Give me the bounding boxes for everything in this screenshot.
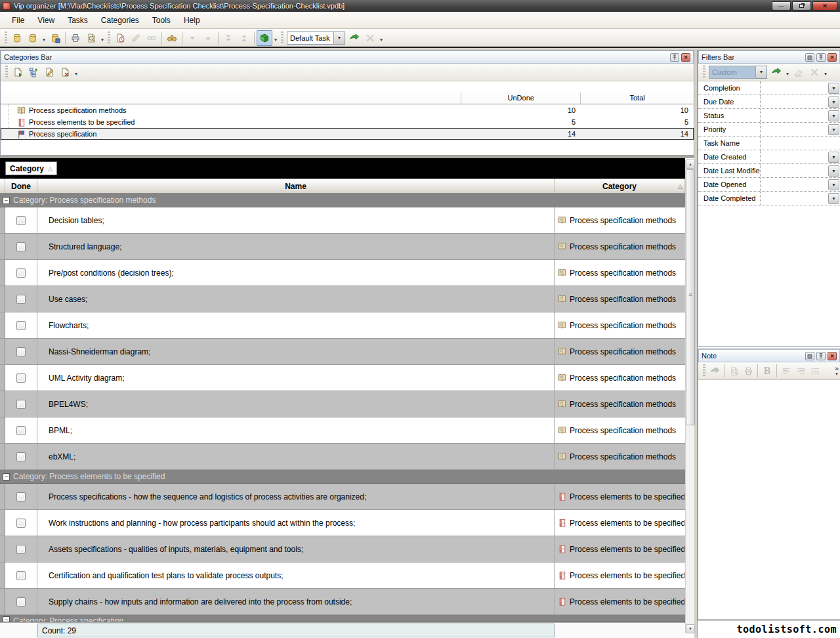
notes-toggle-caret[interactable]: ▾ <box>272 33 279 47</box>
filter-preset-value[interactable]: Custom <box>709 66 756 79</box>
note-editor[interactable] <box>698 380 840 615</box>
category-tree-row[interactable]: Process specification methods 10 10 <box>1 104 694 116</box>
filter-value[interactable] <box>761 164 828 177</box>
done-checkbox[interactable] <box>16 216 26 225</box>
done-column-header[interactable]: Done <box>5 179 37 193</box>
filter-value[interactable] <box>761 178 828 191</box>
toolbar-overflow-caret[interactable]: ▾ <box>378 33 385 47</box>
apply-filter-caret[interactable]: ▾ <box>784 68 791 81</box>
filters-restore-button[interactable] <box>805 53 814 62</box>
menu-categories[interactable]: Categories <box>94 13 146 28</box>
task-row[interactable]: Use cases;Process specification methods <box>0 286 685 312</box>
done-checkbox[interactable] <box>16 597 26 606</box>
move-up-button[interactable] <box>200 30 216 46</box>
note-close-button[interactable]: ✕ <box>828 352 837 360</box>
delete-category-button[interactable] <box>57 64 73 80</box>
task-row[interactable]: Structured language;Process specificatio… <box>0 234 685 260</box>
menu-help[interactable]: Help <box>177 13 207 28</box>
done-checkbox[interactable] <box>16 347 26 356</box>
toolbar-grip[interactable] <box>108 32 110 45</box>
apply-filter-button[interactable] <box>768 64 784 80</box>
align-right-button[interactable] <box>793 364 808 378</box>
align-left-button[interactable] <box>779 364 793 378</box>
menu-file[interactable]: File <box>5 13 31 28</box>
close-button[interactable]: ✕ <box>812 1 837 11</box>
add-subcategory-button[interactable] <box>26 64 41 80</box>
filter-value[interactable] <box>761 95 828 108</box>
delete-filter-button[interactable] <box>807 64 822 80</box>
filter-dropdown-button[interactable]: ▼ <box>828 152 839 163</box>
done-checkbox[interactable] <box>16 268 26 278</box>
add-category-button[interactable] <box>10 64 26 80</box>
category-tree-row-selected[interactable]: Process specification 14 14 <box>1 128 694 140</box>
undone-column-header[interactable]: UnDone <box>461 93 581 104</box>
open-checklist-button[interactable] <box>25 30 41 46</box>
note-restore-button[interactable] <box>805 352 814 360</box>
new-checklist-button[interactable] <box>9 30 25 46</box>
scroll-down-button[interactable]: ▼ <box>686 624 695 633</box>
task-row[interactable]: Supply chains - how inputs and informati… <box>0 589 685 615</box>
task-row[interactable]: BPML;Process specification methods <box>0 417 685 444</box>
new-task-button[interactable] <box>112 30 128 46</box>
filter-value[interactable] <box>761 123 828 136</box>
group-by-category-button[interactable]: Category △ <box>5 161 57 175</box>
filter-dropdown-button[interactable]: ▼ <box>828 110 839 121</box>
scroll-up-button[interactable]: ▲ <box>686 160 695 169</box>
note-overflow-icon[interactable]: » <box>835 365 839 372</box>
toolbar-grip[interactable] <box>703 364 705 377</box>
task-row[interactable]: Nassi-Shneiderman diagram;Process specif… <box>0 339 685 365</box>
total-column-header[interactable]: Total <box>581 93 694 104</box>
find-button[interactable] <box>164 30 180 46</box>
filter-value[interactable] <box>761 109 828 122</box>
open-dropdown-caret[interactable]: ▾ <box>41 33 47 47</box>
filters-close-button[interactable]: ✕ <box>828 53 837 62</box>
collapse-group-icon[interactable]: − <box>3 197 10 204</box>
done-checkbox[interactable] <box>16 492 26 501</box>
categories-close-button[interactable]: ✕ <box>681 53 690 62</box>
minimize-button[interactable]: — <box>772 1 791 11</box>
done-checkbox[interactable] <box>16 571 26 580</box>
done-checkbox[interactable] <box>16 400 26 409</box>
filter-dropdown-button[interactable]: ▼ <box>828 165 839 177</box>
print-dropdown-caret[interactable]: ▾ <box>99 33 106 47</box>
print-button[interactable] <box>68 30 83 46</box>
categories-toolbar-caret[interactable]: ▾ <box>73 68 79 81</box>
filters-overflow-caret[interactable]: ▾ <box>822 68 829 81</box>
category-tree-row[interactable]: Process elements to be specified 5 5 <box>1 116 694 128</box>
task-row[interactable]: Certification and qualification test pla… <box>0 563 685 589</box>
bold-button[interactable]: B <box>760 364 774 378</box>
category-name-column-header[interactable] <box>1 93 461 104</box>
delete-template-button[interactable] <box>362 30 378 46</box>
task-row[interactable]: Process specifications - how the sequenc… <box>0 484 685 510</box>
task-row[interactable]: Pre/post conditions (decision trees);Pro… <box>0 260 685 286</box>
move-bottom-button[interactable] <box>220 30 236 46</box>
toolbar-grip[interactable] <box>5 32 7 45</box>
filter-value[interactable] <box>761 81 828 95</box>
vertical-scrollbar[interactable]: ▲ ≡ ▼ <box>685 160 694 633</box>
toolbar-grip[interactable] <box>281 32 284 45</box>
edit-category-button[interactable] <box>41 64 57 80</box>
task-row[interactable]: BPEL4WS;Process specification methods <box>0 391 685 417</box>
task-row[interactable]: Work instructions and planning - how pro… <box>0 510 685 536</box>
done-checkbox[interactable] <box>16 545 26 554</box>
done-checkbox[interactable] <box>16 373 26 383</box>
brand-link[interactable]: todolistsoft.com <box>698 620 840 638</box>
restore-button[interactable] <box>792 1 811 11</box>
group-header[interactable]: − Category: Process specification <box>0 615 685 622</box>
filter-preset-dropdown[interactable]: ▼ <box>756 66 767 79</box>
category-column-header[interactable]: Category △ <box>555 179 685 193</box>
menu-tools[interactable]: Tools <box>146 13 177 28</box>
note-pin-button[interactable] <box>816 352 826 360</box>
attach-note-button[interactable] <box>707 364 722 378</box>
filter-value[interactable] <box>761 150 828 163</box>
filter-dropdown-button[interactable]: ▼ <box>828 96 839 108</box>
apply-template-button[interactable] <box>346 30 362 46</box>
done-checkbox[interactable] <box>16 452 26 461</box>
done-checkbox[interactable] <box>16 426 26 435</box>
task-template-dropdown[interactable]: ▼ <box>334 32 345 45</box>
menu-view[interactable]: View <box>31 13 61 28</box>
menu-tasks[interactable]: Tasks <box>61 13 94 28</box>
print-preview-button[interactable] <box>83 30 99 46</box>
filter-dropdown-button[interactable]: ▼ <box>828 179 839 190</box>
save-button[interactable] <box>47 30 63 46</box>
